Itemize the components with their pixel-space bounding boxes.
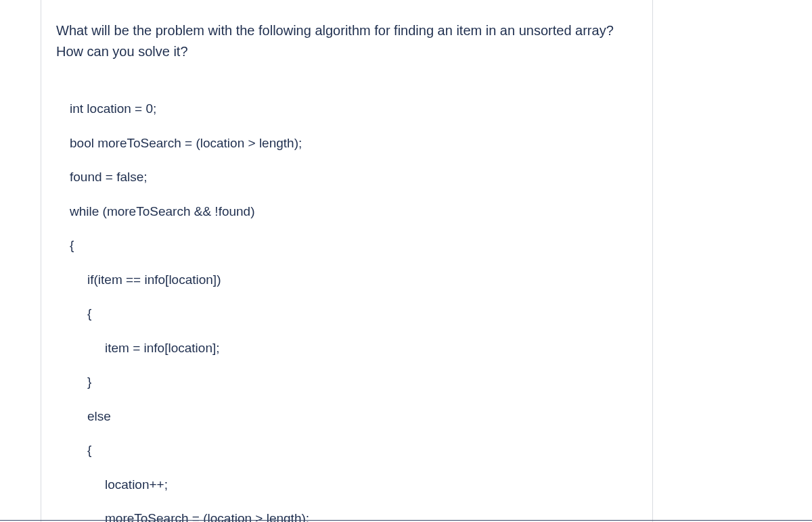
code-line: if(item == info[location]) bbox=[70, 270, 637, 290]
code-line: { bbox=[70, 304, 637, 324]
code-line: while (moreToSearch && !found) bbox=[70, 202, 637, 222]
question-text: What will be the problem with the follow… bbox=[56, 20, 637, 62]
code-line: int location = 0; bbox=[70, 99, 637, 119]
code-line: else bbox=[70, 407, 637, 427]
code-line: { bbox=[70, 236, 637, 256]
page: What will be the problem with the follow… bbox=[0, 0, 812, 522]
content-card: What will be the problem with the follow… bbox=[41, 0, 653, 522]
code-line: { bbox=[70, 441, 637, 460]
code-line: location++; bbox=[70, 475, 637, 495]
code-line: } bbox=[70, 373, 637, 392]
bottom-border bbox=[0, 520, 812, 521]
code-line: found = false; bbox=[70, 168, 637, 187]
code-block: int location = 0; bool moreToSearch = (l… bbox=[56, 99, 637, 522]
code-line: item = info[location]; bbox=[70, 339, 637, 358]
code-line: bool moreToSearch = (location > length); bbox=[70, 134, 637, 153]
